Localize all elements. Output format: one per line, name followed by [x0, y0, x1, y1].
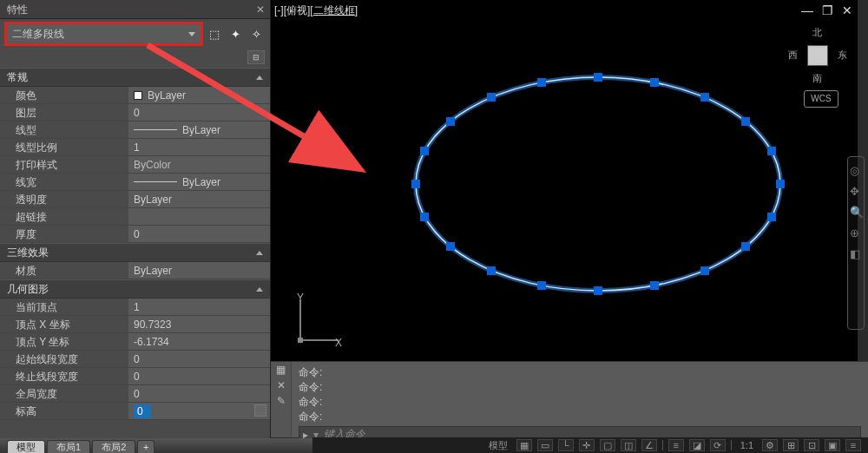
object-type-row: 二维多段线 ⬚ ✦ ✧ — [0, 19, 270, 49]
close-icon[interactable]: ✕ — [842, 3, 852, 17]
elev-input[interactable]: 0 — [134, 404, 151, 418]
object-type-dropdown[interactable]: 二维多段线 — [5, 23, 202, 45]
grip-point[interactable] — [411, 180, 420, 188]
prop-row-globalw[interactable]: 全局宽度 0 — [0, 385, 270, 403]
svg-point-3 — [416, 77, 780, 291]
cycling-icon[interactable]: ⟳ — [710, 439, 726, 451]
pick-add-button[interactable]: ✧ — [247, 25, 265, 43]
prop-row-lineweight[interactable]: 线宽 ByLayer — [0, 174, 270, 191]
grip-point[interactable] — [650, 78, 659, 87]
grip-icon[interactable]: ▦ — [276, 364, 286, 376]
osnap3d-icon[interactable]: ◫ — [621, 439, 636, 451]
grip-point[interactable] — [487, 266, 496, 275]
status-scale[interactable]: 1:1 — [737, 440, 757, 450]
otrack-icon[interactable]: ∠ — [641, 439, 657, 451]
grip-point[interactable] — [741, 117, 750, 126]
maximize-icon[interactable]: ❐ — [822, 3, 833, 17]
minimize-icon[interactable]: — — [801, 3, 813, 17]
grip-point[interactable] — [487, 93, 496, 102]
transparency-icon[interactable]: ◪ — [689, 439, 705, 451]
customize-icon[interactable]: ≡ — [845, 439, 861, 451]
prop-row-ltscale[interactable]: 线型比例 1 — [0, 139, 270, 156]
grip-point[interactable] — [537, 78, 546, 87]
grip-point[interactable] — [700, 93, 709, 102]
section-general-label: 常规 — [7, 68, 28, 87]
grip-point[interactable] — [767, 213, 776, 221]
section-general[interactable]: 常规 — [0, 68, 270, 87]
grip-point[interactable] — [700, 266, 709, 275]
osnap-icon[interactable]: ▢ — [600, 439, 615, 451]
grid-icon[interactable]: ▦ — [516, 439, 532, 451]
cmd-history-line: 命令: — [299, 410, 861, 424]
prop-row-startw[interactable]: 起始线段宽度 0 — [0, 351, 270, 368]
polar-icon[interactable]: ✛ — [579, 439, 595, 451]
lineweight-icon[interactable]: ≡ — [668, 439, 684, 451]
quick-calc-button[interactable]: ✦ — [227, 25, 244, 43]
tab-model[interactable]: 模型 — [7, 440, 45, 453]
prop-row-vertx[interactable]: 顶点 X 坐标 90.7323 — [0, 316, 270, 333]
prop-row-color[interactable]: 颜色 ByLayer — [0, 87, 270, 104]
grip-point[interactable] — [650, 281, 659, 290]
panel-titlebar[interactable]: 特性 ✕ — [0, 0, 270, 19]
ortho-icon[interactable]: └ — [558, 439, 574, 451]
grip-point[interactable] — [446, 117, 455, 126]
navigation-bar[interactable]: ◎ ✥ 🔍 ⊕ ◧ — [847, 156, 865, 330]
prop-row-endw[interactable]: 终止线段宽度 0 — [0, 368, 270, 385]
grip-point[interactable] — [594, 73, 602, 82]
prop-row-plotstyle[interactable]: 打印样式 ByColor — [0, 156, 270, 174]
section-threed[interactable]: 三维效果 — [0, 243, 270, 262]
properties-panel: 特性 ✕ 二维多段线 ⬚ ✦ ✧ ⊟ 常规 颜色 ByLayer 图层 0 线型… — [0, 0, 271, 438]
section-threed-label: 三维效果 — [7, 243, 49, 262]
workspace-icon[interactable]: ⊞ — [783, 439, 799, 451]
prop-row-hyperlink[interactable]: 超链接 — [0, 208, 270, 226]
pan-icon[interactable]: ✥ — [850, 185, 862, 197]
hardware-icon[interactable]: ⊡ — [804, 439, 819, 451]
prop-row-verty[interactable]: 顶点 Y 坐标 -6.1734 — [0, 333, 270, 351]
orbit-icon[interactable]: ⊕ — [850, 226, 862, 239]
clean-icon[interactable]: ▣ — [825, 439, 840, 451]
grip-point[interactable] — [420, 213, 429, 221]
grip-point[interactable] — [741, 242, 750, 251]
svg-rect-2 — [298, 338, 303, 343]
grip-point[interactable] — [594, 286, 602, 295]
prop-row-material[interactable]: 材质 ByLayer — [0, 262, 270, 279]
section-geometry[interactable]: 几何图形 — [0, 279, 270, 299]
layout-tabs: 模型 布局1 布局2 + — [0, 438, 312, 453]
caret-up-icon — [256, 251, 263, 255]
prop-row-curvertex[interactable]: 当前顶点 1 — [0, 299, 270, 316]
showmotion-icon[interactable]: ◧ — [850, 247, 862, 259]
pin-icon[interactable]: ✕ — [277, 379, 286, 391]
prop-row-transparency[interactable]: 透明度 ByLayer — [0, 191, 270, 208]
close-icon[interactable]: ✕ — [256, 0, 265, 19]
status-model[interactable]: 模型 — [485, 439, 511, 452]
prop-row-elev[interactable]: 标高 0 — [0, 403, 270, 420]
grip-point[interactable] — [446, 242, 455, 251]
quick-select-button[interactable]: ⬚ — [206, 25, 223, 43]
zoom-icon[interactable]: 🔍 — [850, 206, 862, 218]
status-bar: 模型 ▦ ▭ └ ✛ ▢ ◫ ∠ ≡ ◪ ⟳ 1:1 ⚙ ⊞ ⊡ ▣ ≡ — [312, 437, 868, 453]
grip-point[interactable] — [767, 147, 776, 155]
grip-point[interactable] — [420, 147, 429, 155]
wrench-icon[interactable]: ✎ — [277, 395, 286, 407]
prop-row-layer[interactable]: 图层 0 — [0, 104, 270, 121]
grip-point[interactable] — [776, 180, 785, 188]
selected-polyline-ellipse[interactable] — [368, 62, 828, 305]
drawing-canvas[interactable]: [-][俯视][二维线框] — ❐ ✕ 北 南 西 东 WCS ◎ ✥ 🔍 ⊕ … — [271, 0, 858, 361]
prop-row-linetype[interactable]: 线型 ByLayer — [0, 121, 270, 139]
calculator-icon[interactable] — [254, 404, 266, 417]
prop-row-thickness[interactable]: 厚度 0 — [0, 226, 270, 243]
collapse-button[interactable]: ⊟ — [247, 50, 265, 64]
cmd-history-line: 命令: — [299, 365, 861, 380]
steering-wheel-icon[interactable]: ◎ — [850, 164, 862, 176]
panel-title-text: 特性 — [7, 3, 28, 16]
snap-icon[interactable]: ▭ — [537, 439, 553, 451]
viewport-label[interactable]: [-][俯视][二维线框] — [274, 3, 358, 18]
annotation-icon[interactable]: ⚙ — [762, 439, 778, 451]
tab-add[interactable]: + — [137, 440, 155, 453]
tab-layout2[interactable]: 布局2 — [92, 440, 135, 453]
grip-point[interactable] — [537, 281, 546, 290]
chevron-down-icon — [188, 32, 195, 36]
caret-up-icon — [256, 76, 263, 80]
tab-layout1[interactable]: 布局1 — [47, 440, 90, 453]
color-swatch — [134, 91, 142, 100]
